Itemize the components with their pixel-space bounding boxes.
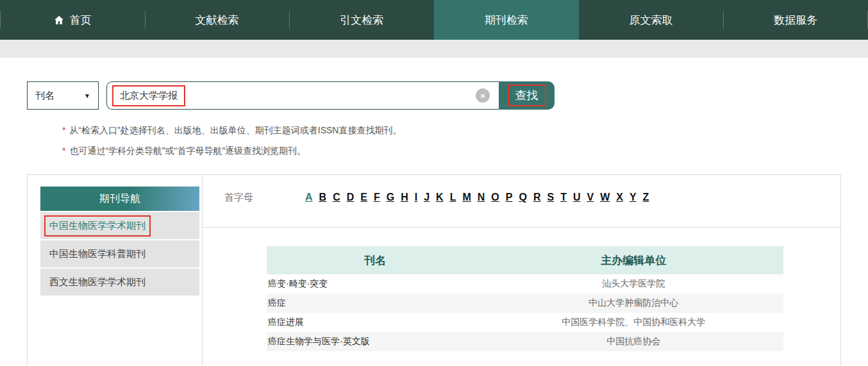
search-entry-value: 刊名: [35, 90, 54, 102]
search-entry-select[interactable]: 刊名 ▼: [27, 81, 99, 110]
letter-link-j[interactable]: J: [424, 192, 430, 203]
journal-search-page: 首页 文献检索 引文检索 期刊检索 原文索取 数据服务 刊名 ▼ 北京大学学报: [0, 0, 868, 366]
journal-list-area: 首字母 A B C D E F G H I J K L M N O: [203, 175, 840, 366]
letter-link-z[interactable]: Z: [643, 192, 649, 203]
search-input-value: 北京大学学报: [120, 90, 178, 101]
col-header-journal-name: 刊名: [267, 246, 484, 274]
letter-link-d[interactable]: D: [347, 192, 355, 203]
letter-link-m[interactable]: M: [462, 192, 471, 203]
letter-link-x[interactable]: X: [616, 192, 623, 203]
sidebar-item-cn-academic-journals[interactable]: 中国生物医学学术期刊: [40, 212, 199, 239]
nav-tab-fulltext-request[interactable]: 原文索取: [579, 0, 724, 40]
chevron-down-icon: ▼: [84, 92, 90, 99]
nav-tab-label: 数据服务: [774, 13, 817, 28]
search-row: 刊名 ▼ 北京大学学报 × 查找: [27, 81, 868, 110]
asterisk-icon: *: [62, 146, 65, 156]
letter-link-l[interactable]: L: [450, 192, 456, 203]
journal-browse-panel: 期刊导航 中国生物医学学术期刊 中国生物医学科普期刊 西文生物医学学术期刊 首字…: [27, 174, 841, 366]
nav-tab-label: 首页: [70, 13, 92, 28]
search-bar: 北京大学学报 × 查找: [106, 81, 555, 110]
publisher-cell: 汕头大学医学院: [484, 274, 783, 294]
first-letter-label: 首字母: [224, 192, 253, 204]
home-icon: [53, 15, 65, 26]
publisher-cell: 中国医学科学院、中国协和医科大学: [484, 313, 783, 332]
nav-tab-citation-search[interactable]: 引文检索: [289, 0, 434, 40]
letter-link-v[interactable]: V: [587, 192, 594, 203]
publisher-cell: 中山大学肿瘤防治中心: [484, 294, 783, 313]
letter-link-p[interactable]: P: [506, 192, 513, 203]
table-row[interactable]: 癌症生物学与医学·英文版 中国抗癌协会: [267, 332, 783, 351]
sidebar-item-label: 西文生物医学学术期刊: [44, 276, 146, 288]
divider: [203, 227, 840, 228]
journal-name-cell[interactable]: 癌变·畸变·突变: [267, 274, 484, 294]
hint-text: 从“检索入口”处选择刊名、出版地、出版单位、期刊主题词或者ISSN直接查找期刊。: [69, 125, 401, 135]
sidebar-item-label: 中国生物医学科普期刊: [44, 248, 146, 260]
table-row[interactable]: 癌变·畸变·突变 汕头大学医学院: [267, 274, 783, 294]
sidebar-item-western-academic-journals[interactable]: 西文生物医学学术期刊: [40, 269, 199, 295]
letter-link-o[interactable]: O: [491, 192, 499, 203]
journal-nav-sidebar: 期刊导航 中国生物医学学术期刊 中国生物医学科普期刊 西文生物医学学术期刊: [28, 175, 203, 366]
sidebar-item-cn-popular-science-journals[interactable]: 中国生物医学科普期刊: [40, 240, 199, 267]
letter-link-h[interactable]: H: [401, 192, 408, 203]
letter-link-q[interactable]: Q: [519, 192, 526, 203]
letter-link-n[interactable]: N: [478, 192, 485, 203]
letter-link-t[interactable]: T: [560, 192, 567, 203]
nav-tab-label: 原文索取: [630, 13, 673, 28]
highlight-box-input: 北京大学学报: [112, 85, 185, 106]
hint-line: *也可通过“学科分类导航”或“首字母导航”逐级查找浏览期刊。: [62, 146, 868, 157]
subnav-strip: [0, 40, 868, 58]
publisher-cell: 中国抗癌协会: [484, 332, 783, 351]
table-row[interactable]: 癌症进展 中国医学科学院、中国协和医科大学: [267, 313, 783, 332]
nav-tab-label: 文献检索: [196, 13, 239, 28]
letter-link-w[interactable]: W: [600, 192, 610, 203]
sidebar-title: 期刊导航: [40, 187, 199, 211]
letter-link-y[interactable]: Y: [630, 192, 637, 203]
nav-tab-literature-search[interactable]: 文献检索: [145, 0, 290, 40]
asterisk-icon: *: [62, 125, 65, 135]
search-hints: *从“检索入口”处选择刊名、出版地、出版单位、期刊主题词或者ISSN直接查找期刊…: [62, 125, 868, 157]
highlight-box-sidebar: 中国生物医学学术期刊: [44, 215, 151, 237]
table-row[interactable]: 癌症 中山大学肿瘤防治中心: [267, 294, 783, 313]
letter-link-a[interactable]: A: [305, 192, 313, 203]
letter-link-f[interactable]: F: [374, 192, 380, 203]
journal-table: 刊名 主办编辑单位 癌变·畸变·突变 汕头大学医学院 癌症 中山大学肿瘤防治中心…: [267, 246, 783, 351]
letter-link-b[interactable]: B: [319, 192, 327, 203]
letter-link-s[interactable]: S: [547, 192, 554, 203]
journal-name-cell[interactable]: 癌症进展: [267, 313, 484, 332]
journal-name-cell[interactable]: 癌症: [267, 294, 484, 313]
hint-text: 也可通过“学科分类导航”或“首字母导航”逐级查找浏览期刊。: [69, 146, 306, 156]
nav-tab-label: 期刊检索: [485, 13, 528, 28]
clear-icon[interactable]: ×: [476, 88, 490, 103]
first-letter-nav: 首字母 A B C D E F G H I J K L M N O: [203, 192, 840, 204]
letter-links: A B C D E F G H I J K L M N O P Q: [305, 192, 649, 203]
letter-link-c[interactable]: C: [333, 192, 340, 203]
col-header-publisher: 主办编辑单位: [484, 246, 783, 274]
nav-tab-journal-search[interactable]: 期刊检索: [434, 0, 579, 40]
nav-tab-home[interactable]: 首页: [0, 0, 145, 40]
letter-link-k[interactable]: K: [436, 192, 444, 203]
letter-link-u[interactable]: U: [573, 192, 581, 203]
highlight-box-button: 查找: [508, 85, 546, 106]
nav-tab-data-service[interactable]: 数据服务: [723, 0, 868, 40]
table-header-row: 刊名 主办编辑单位: [267, 246, 783, 274]
letter-link-g[interactable]: G: [387, 192, 394, 203]
journal-search-input[interactable]: 北京大学学报 ×: [106, 81, 499, 110]
journal-name-cell[interactable]: 癌症生物学与医学·英文版: [267, 332, 484, 351]
search-button[interactable]: 查找: [499, 81, 555, 110]
letter-link-e[interactable]: E: [360, 192, 367, 203]
hint-line: *从“检索入口”处选择刊名、出版地、出版单位、期刊主题词或者ISSN直接查找期刊…: [62, 125, 868, 137]
letter-link-i[interactable]: I: [415, 192, 417, 203]
nav-tab-label: 引文检索: [340, 13, 383, 28]
letter-link-r[interactable]: R: [533, 192, 541, 203]
top-nav: 首页 文献检索 引文检索 期刊检索 原文索取 数据服务: [0, 0, 868, 40]
